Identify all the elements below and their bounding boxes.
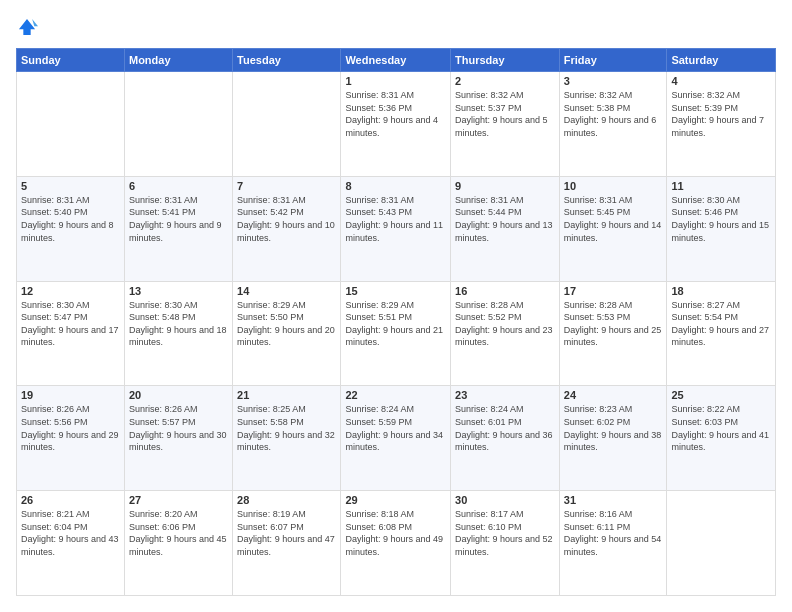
day-info: Sunrise: 8:21 AM Sunset: 6:04 PM Dayligh… xyxy=(21,508,120,558)
calendar-cell: 18Sunrise: 8:27 AM Sunset: 5:54 PM Dayli… xyxy=(667,281,776,386)
calendar-cell: 20Sunrise: 8:26 AM Sunset: 5:57 PM Dayli… xyxy=(124,386,232,491)
calendar-week-1: 5Sunrise: 8:31 AM Sunset: 5:40 PM Daylig… xyxy=(17,176,776,281)
calendar-cell: 23Sunrise: 8:24 AM Sunset: 6:01 PM Dayli… xyxy=(451,386,560,491)
day-number: 6 xyxy=(129,180,228,192)
day-number: 13 xyxy=(129,285,228,297)
calendar-table: SundayMondayTuesdayWednesdayThursdayFrid… xyxy=(16,48,776,596)
day-number: 27 xyxy=(129,494,228,506)
calendar-cell: 25Sunrise: 8:22 AM Sunset: 6:03 PM Dayli… xyxy=(667,386,776,491)
day-info: Sunrise: 8:24 AM Sunset: 5:59 PM Dayligh… xyxy=(345,403,446,453)
calendar-cell xyxy=(233,72,341,177)
day-info: Sunrise: 8:29 AM Sunset: 5:50 PM Dayligh… xyxy=(237,299,336,349)
calendar-week-2: 12Sunrise: 8:30 AM Sunset: 5:47 PM Dayli… xyxy=(17,281,776,386)
calendar-cell: 29Sunrise: 8:18 AM Sunset: 6:08 PM Dayli… xyxy=(341,491,451,596)
day-number: 28 xyxy=(237,494,336,506)
day-info: Sunrise: 8:31 AM Sunset: 5:43 PM Dayligh… xyxy=(345,194,446,244)
calendar-cell: 14Sunrise: 8:29 AM Sunset: 5:50 PM Dayli… xyxy=(233,281,341,386)
day-number: 21 xyxy=(237,389,336,401)
day-info: Sunrise: 8:31 AM Sunset: 5:36 PM Dayligh… xyxy=(345,89,446,139)
calendar-cell: 4Sunrise: 8:32 AM Sunset: 5:39 PM Daylig… xyxy=(667,72,776,177)
day-number: 1 xyxy=(345,75,446,87)
header xyxy=(16,16,776,38)
page: SundayMondayTuesdayWednesdayThursdayFrid… xyxy=(0,0,792,612)
day-number: 24 xyxy=(564,389,663,401)
calendar-cell: 10Sunrise: 8:31 AM Sunset: 5:45 PM Dayli… xyxy=(559,176,667,281)
calendar-cell: 5Sunrise: 8:31 AM Sunset: 5:40 PM Daylig… xyxy=(17,176,125,281)
logo xyxy=(16,16,42,38)
day-number: 9 xyxy=(455,180,555,192)
calendar-cell: 6Sunrise: 8:31 AM Sunset: 5:41 PM Daylig… xyxy=(124,176,232,281)
day-info: Sunrise: 8:30 AM Sunset: 5:46 PM Dayligh… xyxy=(671,194,771,244)
day-info: Sunrise: 8:27 AM Sunset: 5:54 PM Dayligh… xyxy=(671,299,771,349)
calendar-header: SundayMondayTuesdayWednesdayThursdayFrid… xyxy=(17,49,776,72)
weekday-row: SundayMondayTuesdayWednesdayThursdayFrid… xyxy=(17,49,776,72)
day-info: Sunrise: 8:31 AM Sunset: 5:45 PM Dayligh… xyxy=(564,194,663,244)
day-number: 15 xyxy=(345,285,446,297)
calendar-cell: 12Sunrise: 8:30 AM Sunset: 5:47 PM Dayli… xyxy=(17,281,125,386)
weekday-header-thursday: Thursday xyxy=(451,49,560,72)
calendar-cell: 17Sunrise: 8:28 AM Sunset: 5:53 PM Dayli… xyxy=(559,281,667,386)
day-number: 23 xyxy=(455,389,555,401)
weekday-header-sunday: Sunday xyxy=(17,49,125,72)
calendar-cell: 22Sunrise: 8:24 AM Sunset: 5:59 PM Dayli… xyxy=(341,386,451,491)
calendar-cell xyxy=(17,72,125,177)
day-number: 10 xyxy=(564,180,663,192)
calendar-cell: 27Sunrise: 8:20 AM Sunset: 6:06 PM Dayli… xyxy=(124,491,232,596)
day-info: Sunrise: 8:28 AM Sunset: 5:53 PM Dayligh… xyxy=(564,299,663,349)
day-info: Sunrise: 8:31 AM Sunset: 5:40 PM Dayligh… xyxy=(21,194,120,244)
day-number: 3 xyxy=(564,75,663,87)
day-info: Sunrise: 8:20 AM Sunset: 6:06 PM Dayligh… xyxy=(129,508,228,558)
day-number: 31 xyxy=(564,494,663,506)
calendar-cell xyxy=(667,491,776,596)
logo-icon xyxy=(16,16,38,38)
calendar-cell: 15Sunrise: 8:29 AM Sunset: 5:51 PM Dayli… xyxy=(341,281,451,386)
calendar-cell: 1Sunrise: 8:31 AM Sunset: 5:36 PM Daylig… xyxy=(341,72,451,177)
day-number: 22 xyxy=(345,389,446,401)
day-info: Sunrise: 8:22 AM Sunset: 6:03 PM Dayligh… xyxy=(671,403,771,453)
calendar-cell: 16Sunrise: 8:28 AM Sunset: 5:52 PM Dayli… xyxy=(451,281,560,386)
day-info: Sunrise: 8:24 AM Sunset: 6:01 PM Dayligh… xyxy=(455,403,555,453)
day-info: Sunrise: 8:32 AM Sunset: 5:39 PM Dayligh… xyxy=(671,89,771,139)
calendar-cell: 3Sunrise: 8:32 AM Sunset: 5:38 PM Daylig… xyxy=(559,72,667,177)
svg-marker-1 xyxy=(32,19,38,26)
day-number: 26 xyxy=(21,494,120,506)
calendar-cell: 21Sunrise: 8:25 AM Sunset: 5:58 PM Dayli… xyxy=(233,386,341,491)
calendar-cell: 11Sunrise: 8:30 AM Sunset: 5:46 PM Dayli… xyxy=(667,176,776,281)
calendar-cell: 2Sunrise: 8:32 AM Sunset: 5:37 PM Daylig… xyxy=(451,72,560,177)
day-number: 18 xyxy=(671,285,771,297)
day-info: Sunrise: 8:26 AM Sunset: 5:57 PM Dayligh… xyxy=(129,403,228,453)
calendar-cell: 28Sunrise: 8:19 AM Sunset: 6:07 PM Dayli… xyxy=(233,491,341,596)
calendar-week-3: 19Sunrise: 8:26 AM Sunset: 5:56 PM Dayli… xyxy=(17,386,776,491)
calendar-cell: 24Sunrise: 8:23 AM Sunset: 6:02 PM Dayli… xyxy=(559,386,667,491)
day-info: Sunrise: 8:18 AM Sunset: 6:08 PM Dayligh… xyxy=(345,508,446,558)
weekday-header-wednesday: Wednesday xyxy=(341,49,451,72)
day-number: 30 xyxy=(455,494,555,506)
weekday-header-saturday: Saturday xyxy=(667,49,776,72)
day-info: Sunrise: 8:32 AM Sunset: 5:38 PM Dayligh… xyxy=(564,89,663,139)
day-number: 7 xyxy=(237,180,336,192)
calendar-cell: 7Sunrise: 8:31 AM Sunset: 5:42 PM Daylig… xyxy=(233,176,341,281)
day-number: 4 xyxy=(671,75,771,87)
weekday-header-tuesday: Tuesday xyxy=(233,49,341,72)
day-number: 20 xyxy=(129,389,228,401)
calendar-cell: 30Sunrise: 8:17 AM Sunset: 6:10 PM Dayli… xyxy=(451,491,560,596)
calendar-cell: 19Sunrise: 8:26 AM Sunset: 5:56 PM Dayli… xyxy=(17,386,125,491)
calendar-week-0: 1Sunrise: 8:31 AM Sunset: 5:36 PM Daylig… xyxy=(17,72,776,177)
day-number: 11 xyxy=(671,180,771,192)
day-info: Sunrise: 8:28 AM Sunset: 5:52 PM Dayligh… xyxy=(455,299,555,349)
day-number: 5 xyxy=(21,180,120,192)
calendar-cell: 26Sunrise: 8:21 AM Sunset: 6:04 PM Dayli… xyxy=(17,491,125,596)
calendar-cell: 8Sunrise: 8:31 AM Sunset: 5:43 PM Daylig… xyxy=(341,176,451,281)
weekday-header-friday: Friday xyxy=(559,49,667,72)
day-number: 2 xyxy=(455,75,555,87)
day-number: 14 xyxy=(237,285,336,297)
day-number: 12 xyxy=(21,285,120,297)
day-info: Sunrise: 8:32 AM Sunset: 5:37 PM Dayligh… xyxy=(455,89,555,139)
day-info: Sunrise: 8:26 AM Sunset: 5:56 PM Dayligh… xyxy=(21,403,120,453)
day-info: Sunrise: 8:30 AM Sunset: 5:47 PM Dayligh… xyxy=(21,299,120,349)
weekday-header-monday: Monday xyxy=(124,49,232,72)
day-info: Sunrise: 8:19 AM Sunset: 6:07 PM Dayligh… xyxy=(237,508,336,558)
day-number: 29 xyxy=(345,494,446,506)
day-info: Sunrise: 8:29 AM Sunset: 5:51 PM Dayligh… xyxy=(345,299,446,349)
calendar-week-4: 26Sunrise: 8:21 AM Sunset: 6:04 PM Dayli… xyxy=(17,491,776,596)
